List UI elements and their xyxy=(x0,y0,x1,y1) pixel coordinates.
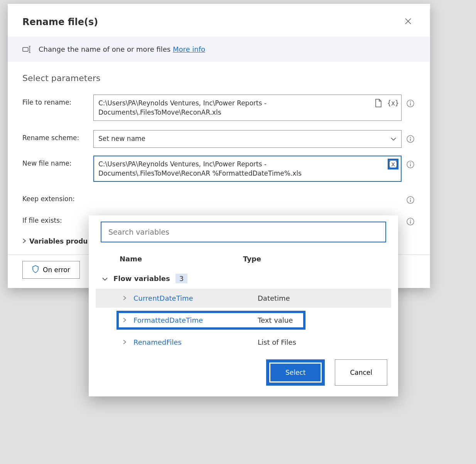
chevron-down-icon xyxy=(390,134,397,144)
svg-point-7 xyxy=(410,102,411,102)
select-button[interactable]: Select xyxy=(270,364,321,381)
variable-search-input[interactable] xyxy=(101,222,386,242)
info-banner: Change the name of one or more files Mor… xyxy=(8,37,430,62)
info-icon[interactable] xyxy=(406,217,415,227)
row-file-to-rename: File to rename: {x} xyxy=(8,91,430,126)
rename-icon xyxy=(22,46,32,53)
variable-list-header: Name Type xyxy=(96,249,391,268)
dialog-title: Rename file(s) xyxy=(22,17,98,27)
row-keep-extension: Keep extension: xyxy=(8,187,430,209)
variable-item-formatteddatetime[interactable]: FormattedDateTime Text value xyxy=(96,308,391,333)
label-keep-extension: Keep extension: xyxy=(22,191,89,203)
dialog-header: Rename file(s) xyxy=(8,4,430,37)
info-icon[interactable] xyxy=(406,196,415,205)
info-icon[interactable] xyxy=(406,135,415,144)
shield-icon xyxy=(32,265,39,274)
col-header-type: Type xyxy=(243,255,387,263)
label-if-file-exists: If file exists: xyxy=(22,213,89,224)
variable-item-renamedfiles[interactable]: RenamedFiles List of Files xyxy=(96,333,391,352)
browse-file-icon[interactable] xyxy=(373,98,384,108)
chevron-right-icon xyxy=(22,237,26,245)
close-icon[interactable] xyxy=(401,15,415,29)
chevron-right-icon xyxy=(123,294,127,302)
chevron-down-icon xyxy=(100,274,108,283)
variable-icon[interactable]: {x} xyxy=(388,159,398,169)
info-icon[interactable] xyxy=(406,99,415,108)
variable-group-flow-variables[interactable]: Flow variables 3 xyxy=(96,268,391,289)
variable-item-currentdatetime[interactable]: CurrentDateTime Datetime xyxy=(96,289,391,308)
svg-rect-2 xyxy=(23,47,28,51)
select-button-highlight: Select xyxy=(266,359,325,386)
variable-picker-popup: Name Type Flow variables 3 CurrentDateTi… xyxy=(89,215,398,396)
svg-point-16 xyxy=(410,198,411,199)
select-rename-scheme[interactable]: Set new name xyxy=(93,130,402,148)
chevron-right-icon xyxy=(123,338,127,346)
row-new-file-name: New file name: {x} xyxy=(8,152,430,187)
cancel-button[interactable]: Cancel xyxy=(335,359,387,386)
label-new-file-name: New file name: xyxy=(22,156,89,167)
svg-point-19 xyxy=(410,220,411,220)
banner-text: Change the name of one or more files Mor… xyxy=(39,45,205,53)
label-file-to-rename: File to rename: xyxy=(22,95,89,106)
label-rename-scheme: Rename scheme: xyxy=(22,130,89,142)
chevron-right-icon xyxy=(123,316,127,324)
info-icon[interactable] xyxy=(406,160,415,169)
section-title: Select parameters xyxy=(8,62,430,91)
row-rename-scheme: Rename scheme: Set new name xyxy=(8,126,430,152)
variable-picker-footer: Select Cancel xyxy=(96,352,391,387)
input-new-file-name[interactable] xyxy=(93,156,402,182)
more-info-link[interactable]: More info xyxy=(173,45,205,53)
col-header-name: Name xyxy=(100,255,243,263)
variable-icon[interactable]: {x} xyxy=(388,98,398,108)
input-file-to-rename[interactable] xyxy=(93,95,402,121)
group-count-badge: 3 xyxy=(176,274,187,283)
on-error-button[interactable]: On error xyxy=(22,261,80,279)
svg-point-13 xyxy=(410,163,411,163)
svg-point-10 xyxy=(410,137,411,138)
